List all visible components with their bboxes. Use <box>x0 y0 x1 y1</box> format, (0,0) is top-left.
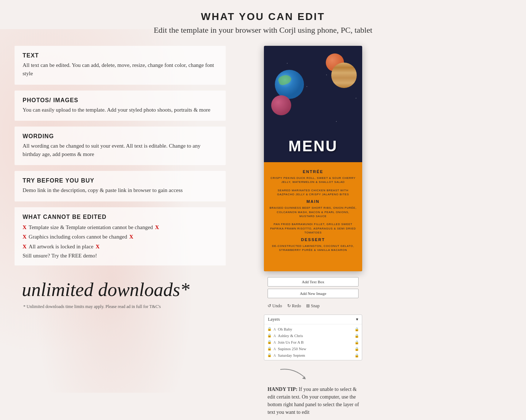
unlimited-text: unlimited downloads* <box>22 279 226 301</box>
x-mark-3: X <box>23 243 27 251</box>
layer-lock-icon-4: 🔒 <box>267 353 272 357</box>
snap-icon: ⊞ <box>306 303 310 309</box>
layer-lock-icon-2: 🔒 <box>267 340 272 344</box>
redo-button[interactable]: ↻ Redo <box>287 303 301 309</box>
layers-list: 🔒 A Oh Baby 🔒 🔒 A Ashley & Chris 🔒 <box>264 324 362 360</box>
x-mark-3-end: X <box>96 243 100 251</box>
layers-header: Layers ▾ <box>264 315 362 324</box>
cannot-item-2: X Graphics including colors cannot be ch… <box>23 233 218 241</box>
editor-buttons: Add Text Box Add New Image <box>264 277 362 298</box>
redo-label: Redo <box>292 303 301 309</box>
menu-card-bottom: ENTRÉE CRISPY PEKING DUCK ROLL, SWEET & … <box>264 162 362 271</box>
photos-body: You can easily upload to the template. A… <box>23 106 218 114</box>
snap-label: Snap <box>311 303 320 309</box>
layer-type-icon-1: A <box>273 334 276 338</box>
layer-name-2: Join Us For A B <box>278 340 304 344</box>
menu-dessert-title: DESSERT <box>269 237 357 242</box>
x-mark-1-end: X <box>155 223 159 232</box>
layers-panel: Layers ▾ 🔒 A Oh Baby 🔒 🔒 A <box>264 315 362 360</box>
unlimited-section: unlimited downloads* * Unlimited downloa… <box>15 271 226 313</box>
cannot-edit-section: WHAT CANNOT BE EDITED X Template size & … <box>15 207 226 266</box>
page-subtitle: Edit the template in your browser with C… <box>15 25 511 35</box>
layer-type-icon-3: A <box>273 347 276 351</box>
layer-item-3[interactable]: 🔒 A Supinos 250 New 🔒 <box>264 345 362 352</box>
undo-label: Undo <box>272 303 282 309</box>
layer-name-0: Oh Baby <box>278 327 292 331</box>
undo-icon: ↺ <box>268 303 271 309</box>
layer-name-4: Saturday Septem <box>278 353 305 357</box>
text-body: All text can be edited. You can add, del… <box>23 61 218 78</box>
layer-lock-icon-0: 🔒 <box>267 327 272 331</box>
left-column: TEXT All text can be edited. You can add… <box>15 46 226 313</box>
undo-button[interactable]: ↺ Undo <box>268 303 282 309</box>
planet-moon <box>271 95 291 115</box>
layer-type-icon-0: A <box>273 327 276 331</box>
wording-heading: WORDING <box>23 133 218 140</box>
handy-tip: HANDY TIP: If you are unable to select &… <box>264 368 362 416</box>
planet-earth <box>275 70 304 99</box>
snap-button[interactable]: ⊞ Snap <box>306 303 320 309</box>
layer-name-3: Supinos 250 New <box>278 347 306 351</box>
redo-icon: ↻ <box>287 303 291 309</box>
menu-card-top: MENU <box>264 46 362 162</box>
try-heading: TRY BEFORE YOU BUY <box>23 177 218 184</box>
text-section: TEXT All text can be edited. You can add… <box>15 46 226 85</box>
menu-label: MENU <box>288 137 338 155</box>
handy-tip-label: HANDY TIP: <box>268 387 297 392</box>
layer-lock-icon-3: 🔒 <box>267 347 272 351</box>
page-header: WHAT YOU CAN EDIT Edit the template in y… <box>15 11 511 35</box>
menu-card: MENU ENTRÉE CRISPY PEKING DUCK ROLL, SWE… <box>264 46 362 271</box>
layer-item-1[interactable]: 🔒 A Ashley & Chris 🔒 <box>264 332 362 339</box>
cannot-edit-heading: WHAT CANNOT BE EDITED <box>23 214 218 220</box>
unlimited-label: unlimited downloads* <box>22 279 190 300</box>
menu-main-items: BRAISED GUINNESS BEEF SHORT RIBS, ONION … <box>269 206 357 235</box>
text-heading: TEXT <box>23 52 218 59</box>
layers-chevron-icon[interactable]: ▾ <box>356 317 358 322</box>
cannot-item-3: X All artwork is locked in place X <box>23 243 218 251</box>
footnote: * Unlimited downloads time limits may ap… <box>22 304 226 309</box>
try-section: TRY BEFORE YOU BUY Demo link in the desc… <box>15 171 226 201</box>
page-title: WHAT YOU CAN EDIT <box>15 11 511 23</box>
photos-heading: PHOTOS/ IMAGES <box>23 97 218 104</box>
svg-marker-0 <box>302 376 306 379</box>
layer-item-4[interactable]: 🔒 A Saturday Septem 🔒 <box>264 352 362 359</box>
layer-name-1: Ashley & Chris <box>278 333 303 338</box>
cannot-item-3-text: All artwork is locked in place <box>29 243 94 251</box>
layer-lock-3: 🔒 <box>355 347 359 351</box>
wording-body: All wording can be changed to suit your … <box>23 142 218 159</box>
arrow-decoration <box>268 368 362 384</box>
wording-section: WORDING All wording can be changed to su… <box>15 127 226 165</box>
cannot-item-2-text: Graphics including colors cannot be chan… <box>29 233 127 241</box>
menu-main-title: MAIN <box>269 199 357 204</box>
cannot-item-1: X Template size & Template orientation c… <box>23 223 218 232</box>
layer-lock-4: 🔒 <box>355 353 359 357</box>
x-mark-2: X <box>23 233 27 241</box>
layers-label: Layers <box>268 317 280 322</box>
layer-lock-1: 🔒 <box>355 334 359 338</box>
layer-type-icon-2: A <box>273 340 276 344</box>
add-text-button[interactable]: Add Text Box <box>268 277 359 287</box>
arrow-icon <box>278 368 308 382</box>
right-column: MENU ENTRÉE CRISPY PEKING DUCK ROLL, SWE… <box>237 46 389 416</box>
add-image-button[interactable]: Add New Image <box>268 289 359 298</box>
layer-lock-icon-1: 🔒 <box>267 333 272 338</box>
editor-toolbar: ↺ Undo ↻ Redo ⊞ Snap <box>264 302 362 310</box>
photos-section: PHOTOS/ IMAGES You can easily upload to … <box>15 91 226 121</box>
try-body: Demo link in the description, copy & pas… <box>23 186 218 195</box>
planet-jupiter <box>331 63 357 88</box>
layer-item-0[interactable]: 🔒 A Oh Baby 🔒 <box>264 326 362 332</box>
layer-type-icon-4: A <box>273 353 276 357</box>
free-demo-text: Still unsure? Try the FREE demo! <box>23 253 218 259</box>
menu-entree-title: ENTRÉE <box>269 169 357 174</box>
layer-item-2[interactable]: 🔒 A Join Us For A B 🔒 <box>264 339 362 345</box>
main-layout: TEXT All text can be edited. You can add… <box>15 46 511 416</box>
menu-entree-items: CRISPY PEKING DUCK ROLL, SWEET & SOUR CH… <box>269 176 357 196</box>
content-wrapper: WHAT YOU CAN EDIT Edit the template in y… <box>0 0 526 420</box>
cannot-item-1-text: Template size & Template orientation can… <box>29 223 153 232</box>
layer-lock-2: 🔒 <box>355 340 359 344</box>
layer-lock-0: 🔒 <box>355 327 359 331</box>
menu-dessert-items: DE-CONSTRUCTED LAMINGTON, COCONUT GELATO… <box>269 244 357 252</box>
handy-tip-text: HANDY TIP: If you are unable to select &… <box>268 385 362 416</box>
x-mark-2-end: X <box>129 233 133 241</box>
x-mark-1: X <box>23 223 27 232</box>
